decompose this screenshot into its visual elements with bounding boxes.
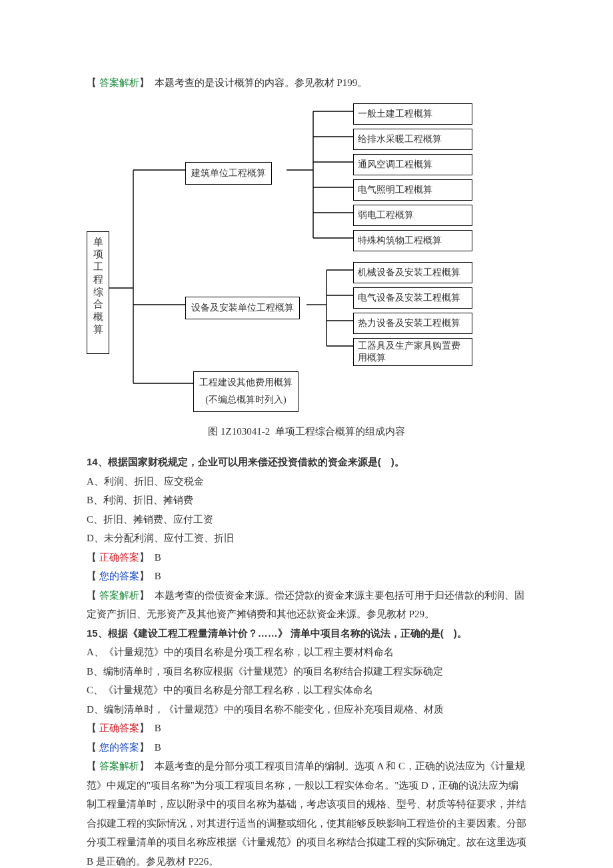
q14-explain-text: 本题考查的偿债资金来源。偿还贷款的资金来源主要包括可用于归还借款的利润、固定资产…	[87, 590, 524, 620]
q15-correct-answer: 【正确答案】 B	[87, 719, 526, 738]
q13-explain-text: 本题考查的是设计概算的内容。参见教材 P199。	[152, 77, 367, 88]
q14-your-value: B	[152, 571, 161, 581]
leaf-box: 机械设备及安装工程概算	[353, 262, 472, 284]
q15-option-c: C、《计量规范》中的项目名称是分部工程名称，以工程实体命名	[87, 681, 526, 700]
q14-option-b: B、利润、折旧、摊销费	[87, 491, 526, 510]
q14-your-answer: 【您的答案】 B	[87, 567, 526, 586]
bracket-close: 】	[139, 77, 149, 88]
q15-number: 15、	[87, 627, 108, 639]
leaf-box: 一般土建工程概算	[353, 103, 472, 125]
q14-correct-answer: 【正确答案】 B	[87, 548, 526, 567]
q15-explain-text: 本题考查的是分部分项工程项目清单的编制。选项 A 和 C，正确的说法应为《计量规…	[87, 761, 526, 867]
leaf-box: 特殊构筑物工程概算	[353, 230, 472, 252]
q15-option-a: A、《计量规范》中的项目名称是分项工程名称，以工程主要材料命名	[87, 643, 526, 662]
mid-box-other: 工程建设其他费用概算 (不编总概算时列入)	[193, 371, 299, 412]
q15-stem-text: 根据《建设工程工程量清单计价？……》 清单中项目名称的说法，正确的是( )。	[108, 627, 467, 639]
diagram-single-project-estimate: 单 项 工 程 综 合 概 算 建筑单位工程概算 设备及安装单位工程概算 工程建…	[87, 98, 526, 418]
q14-option-d: D、未分配利润、应付工资、折旧	[87, 529, 526, 548]
your-answer-label: 您的答案	[99, 571, 139, 581]
q14-stem-text: 根据国家财税规定，企业可以用来偿还投资借款的资金来源是( )。	[108, 456, 404, 467]
q15-your-answer: 【您的答案】 B	[87, 738, 526, 757]
correct-answer-label: 正确答案	[99, 552, 139, 563]
explain-label: 答案解析	[99, 761, 139, 771]
leaf-box: 电气设备及安装工程概算	[353, 287, 472, 309]
q14-option-a: A、利润、折旧、应交税金	[87, 472, 526, 491]
bracket-open: 【	[87, 77, 97, 88]
leaf-box: 给排水采暖工程概算	[353, 129, 472, 151]
leaf-box: 通风空调工程概算	[353, 154, 472, 176]
q14-option-c: C、折旧、摊销费、应付工资	[87, 510, 526, 529]
correct-answer-label: 正确答案	[99, 723, 139, 733]
q15-explanation: 【答案解析】 本题考查的是分部分项工程项目清单的编制。选项 A 和 C，正确的说…	[87, 757, 526, 868]
your-answer-label: 您的答案	[99, 742, 139, 753]
root-label: 单 项 工 程 综 合 概 算	[93, 237, 103, 335]
q15-stem: 15、根据《建设工程工程量清单计价？……》 清单中项目名称的说法，正确的是( )…	[87, 624, 526, 643]
q14-number: 14、	[87, 456, 108, 467]
q14-correct-value: B	[152, 552, 161, 563]
diagram-caption: 图 1Z103041-2 单项工程综合概算的组成内容	[87, 422, 526, 441]
q15-your-value: B	[152, 742, 161, 753]
root-box: 单 项 工 程 综 合 概 算	[87, 231, 109, 354]
explain-label: 答案解析	[99, 77, 139, 88]
q14-explanation: 【答案解析】 本题考查的偿债资金来源。偿还贷款的资金来源主要包括可用于归还借款的…	[87, 586, 526, 624]
leaf-box: 弱电工程概算	[353, 205, 472, 227]
q15-option-b: B、编制清单时，项目名称应根据《计量规范》的项目名称结合拟建工程实际确定	[87, 662, 526, 681]
q13-explanation: 【答案解析】 本题考查的是设计概算的内容。参见教材 P199。	[87, 73, 526, 93]
q14-stem: 14、根据国家财税规定，企业可以用来偿还投资借款的资金来源是( )。	[87, 453, 526, 472]
mid-box-building: 建筑单位工程概算	[185, 162, 272, 185]
leaf-box: 电气照明工程概算	[353, 179, 472, 201]
leaf-box: 工器具及生产家具购置费 用概算	[353, 338, 472, 366]
leaf-box: 热力设备及安装工程概算	[353, 313, 472, 335]
mid-box-equipment: 设备及安装单位工程概算	[185, 297, 300, 320]
q15-correct-value: B	[152, 723, 161, 733]
explain-label: 答案解析	[99, 590, 139, 601]
document-page: 【答案解析】 本题考查的是设计概算的内容。参见教材 P199。	[0, 0, 613, 868]
q15-option-d: D、编制清单时，《计量规范》中的项目名称不能变化，但应补充项目规格、材质	[87, 700, 526, 719]
